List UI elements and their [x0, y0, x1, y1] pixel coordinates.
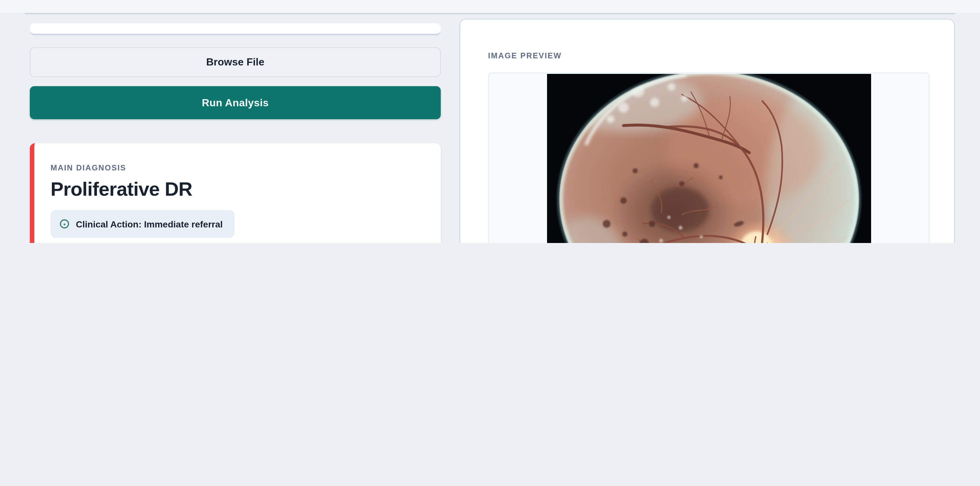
top-header-strip [0, 0, 980, 13]
app-window: Browse File Run Analysis MAIN DIAGNOSIS … [0, 0, 980, 243]
retinal-fundus-photo [547, 74, 871, 243]
image-preview-card: IMAGE PREVIEW [460, 19, 955, 243]
clinical-action-badge: Clinical Action: Immediate referral [51, 210, 234, 238]
image-preview-heading: IMAGE PREVIEW [488, 51, 562, 60]
header-divider [25, 13, 955, 14]
image-preview-frame [488, 73, 929, 243]
clinical-action-text: Clinical Action: Immediate referral [76, 219, 223, 229]
main-diagnosis-card: MAIN DIAGNOSIS Proliferative DR Clinical… [30, 143, 441, 243]
run-analysis-button[interactable]: Run Analysis [30, 86, 441, 119]
clock-icon [60, 219, 69, 229]
browse-file-button[interactable]: Browse File [30, 47, 441, 77]
diagnosis-section-label: MAIN DIAGNOSIS [51, 163, 441, 172]
file-input-box[interactable] [30, 23, 441, 35]
diagnosis-title: Proliferative DR [51, 178, 441, 200]
